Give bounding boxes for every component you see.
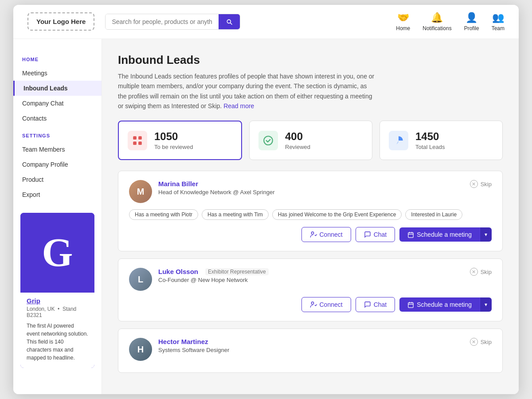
search-button[interactable]	[219, 14, 240, 29]
search-bar	[105, 14, 240, 30]
sidebar-home-label: HOME	[13, 57, 102, 66]
sidebar-settings-label: SETTINGS	[13, 133, 102, 142]
lead-actions-marina: Connect Chat Schedule a meeting ▾	[129, 227, 492, 242]
schedule-dropdown-marina[interactable]: ▾	[480, 227, 492, 242]
lead-skip-marina[interactable]: ✕ Skip	[470, 180, 492, 188]
skip-x-icon-hector: ✕	[470, 338, 478, 346]
nav-profile[interactable]: 👤 Profile	[464, 12, 479, 31]
tag-3: Interested in Laurie	[405, 209, 462, 220]
home-icon: 🤝	[397, 12, 409, 23]
nav-notifications[interactable]: 🔔 Notifications	[422, 12, 451, 31]
sidebar-item-contacts[interactable]: Contacts	[13, 111, 102, 126]
main-content: Inbound Leads The Inbound Leads section …	[102, 39, 519, 395]
company-location: London, UK	[27, 306, 55, 312]
sidebar-item-company-chat[interactable]: Company Chat	[13, 96, 102, 111]
sidebar-item-export[interactable]: Export	[13, 187, 102, 202]
stat-info-to-review: 1050 To be reviewed	[154, 130, 193, 150]
stats-row: 1050 To be reviewed 400 Reviewed	[118, 121, 503, 160]
sidebar-item-product[interactable]: Product	[13, 172, 102, 187]
stat-icon-to-review	[128, 131, 147, 150]
sidebar-item-inbound-leads[interactable]: Inbound Leads	[13, 81, 102, 96]
sidebar-item-company-profile[interactable]: Company Profile	[13, 157, 102, 172]
tag-2: Has joined Welcome to the Grip Event Exp…	[272, 209, 402, 220]
schedule-main-luke[interactable]: Schedule a meeting	[399, 297, 480, 312]
stat-num-reviewed: 400	[285, 130, 310, 143]
lead-actions-luke: Connect Chat Schedule a meeting ▾	[129, 297, 492, 312]
chat-button-luke[interactable]: Chat	[356, 297, 395, 312]
company-logo-letter: G	[42, 230, 73, 275]
skip-x-icon: ✕	[470, 180, 478, 188]
search-icon	[226, 18, 233, 25]
svg-rect-3	[138, 141, 142, 145]
lead-skip-luke[interactable]: ✕ Skip	[470, 268, 492, 276]
svg-point-5	[311, 232, 313, 234]
stat-num-total: 1450	[415, 130, 445, 143]
stat-card-total[interactable]: 1450 Total Leads	[379, 121, 503, 160]
search-input[interactable]	[106, 14, 219, 29]
connect-button-luke[interactable]: Connect	[301, 297, 351, 312]
chat-button-marina[interactable]: Chat	[356, 227, 395, 242]
page-title: Inbound Leads	[118, 53, 503, 67]
schedule-button-luke: Schedule a meeting ▾	[399, 297, 492, 312]
stat-card-to-review[interactable]: 1050 To be reviewed	[118, 121, 242, 160]
lead-card-hector: H Hector Martinez Systems Software Desig…	[118, 329, 503, 373]
lead-avatar-marina: M	[129, 180, 152, 203]
skip-label-luke: Skip	[481, 269, 492, 275]
sidebar-item-team-members[interactable]: Team Members	[13, 142, 102, 157]
lead-skip-hector[interactable]: ✕ Skip	[470, 338, 492, 346]
lead-header-hector: H Hector Martinez Systems Software Desig…	[129, 338, 492, 361]
lead-title-marina: Head of Knowledge Network @ Axel Springe…	[158, 189, 275, 196]
nav-team-label: Team	[492, 25, 505, 31]
company-logo: G	[20, 213, 94, 293]
company-name[interactable]: Grip	[27, 297, 88, 305]
schedule-button-marina: Schedule a meeting ▾	[399, 227, 492, 242]
lead-name-hector: Hector Martinez	[158, 338, 229, 345]
svg-rect-8	[408, 302, 413, 307]
stat-num-to-review: 1050	[154, 130, 193, 143]
sidebar-item-meetings[interactable]: Meetings	[13, 66, 102, 81]
connect-button-marina[interactable]: Connect	[301, 227, 351, 242]
lead-header-marina: M Marina Biller Head of Knowledge Networ…	[129, 180, 492, 203]
nav-home[interactable]: 🤝 Home	[396, 12, 410, 31]
stat-label-reviewed: Reviewed	[285, 144, 310, 150]
company-meta: London, UK • Stand B2321	[27, 306, 88, 318]
stat-label-to-review: To be reviewed	[154, 144, 193, 150]
main-nav: 🤝 Home 🔔 Notifications 👤 Profile 👥 Team	[396, 12, 505, 31]
stat-label-total: Total Leads	[415, 144, 445, 150]
svg-rect-0	[133, 136, 137, 140]
nav-notifications-label: Notifications	[422, 25, 451, 31]
svg-rect-6	[408, 232, 413, 237]
schedule-main-marina[interactable]: Schedule a meeting	[399, 227, 480, 242]
tag-1: Has a meeting with Tim	[202, 209, 269, 220]
nav-home-label: Home	[396, 25, 410, 31]
team-icon: 👥	[492, 12, 504, 23]
lead-info-marina: Marina Biller Head of Knowledge Network …	[158, 180, 275, 196]
chat-icon	[364, 231, 371, 238]
body: HOME Meetings Inbound Leads Company Chat…	[13, 39, 519, 395]
lead-title-luke: Co-Founder @ New Hope Network	[158, 277, 269, 283]
page-description: The Inbound Leads section features profi…	[118, 71, 375, 111]
stat-icon-reviewed	[258, 131, 278, 150]
lead-name-luke: Luke Olsson	[158, 268, 198, 275]
skip-label: Skip	[481, 181, 492, 188]
stat-card-reviewed[interactable]: 400 Reviewed	[249, 121, 372, 160]
profile-icon: 👤	[466, 12, 477, 23]
svg-rect-2	[133, 141, 137, 145]
lead-tags-marina: Has a meeting with Piotr Has a meeting w…	[129, 209, 492, 220]
lead-avatar-hector: H	[129, 338, 152, 361]
chat-icon-luke	[364, 301, 371, 308]
calendar-icon	[407, 231, 414, 238]
stat-info-reviewed: 400 Reviewed	[285, 130, 310, 150]
lead-header-luke: L Luke Olsson Exhibitor Representative C…	[129, 268, 492, 291]
lead-info-hector: Hector Martinez Systems Software Designe…	[158, 338, 229, 353]
stat-info-total: 1450 Total Leads	[415, 130, 445, 150]
calendar-icon-luke	[407, 301, 414, 308]
bell-icon: 🔔	[431, 12, 443, 23]
sidebar: HOME Meetings Inbound Leads Company Chat…	[13, 39, 102, 395]
sidebar-company: G Grip London, UK • Stand B2321 The firs…	[20, 213, 94, 368]
company-info: Grip London, UK • Stand B2321 The first …	[20, 293, 94, 368]
nav-team[interactable]: 👥 Team	[492, 12, 505, 31]
schedule-dropdown-luke[interactable]: ▾	[480, 297, 492, 312]
lead-role-badge-luke: Exhibitor Representative	[205, 268, 269, 275]
read-more-link[interactable]: Read more	[223, 102, 254, 110]
